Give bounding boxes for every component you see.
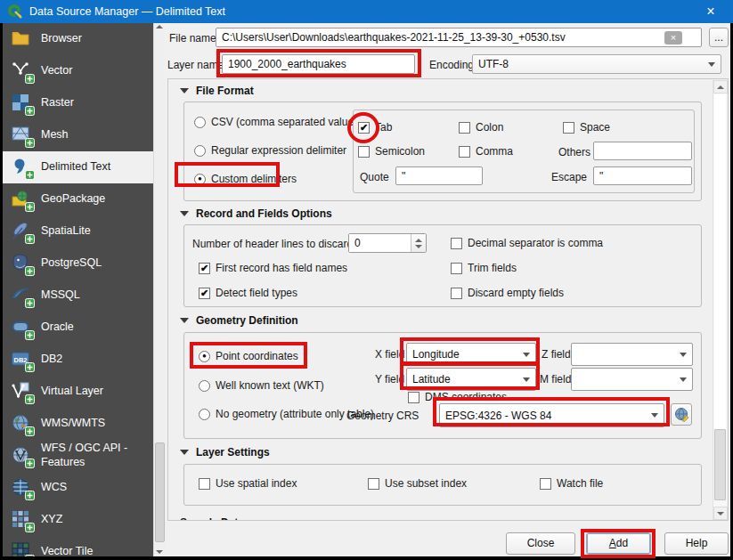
sidebar-item-label: DB2	[41, 353, 66, 367]
vector-tile-icon	[11, 541, 32, 556]
checkbox-box	[451, 263, 462, 274]
y-field-select[interactable]: Latitude	[406, 368, 536, 391]
options-scroll-area: File Format CSV (comma separated values)…	[167, 78, 729, 521]
x-field-select[interactable]: Longitude	[406, 343, 536, 366]
encoding-select[interactable]: UTF-8	[472, 54, 721, 74]
sidebar-item-raster[interactable]: Raster	[3, 87, 153, 119]
scroll-down-button[interactable]	[713, 507, 728, 520]
globe-crs-icon	[674, 407, 689, 422]
sidebar-item-xyz[interactable]: XYZ	[3, 504, 153, 536]
sidebar-item-wcs[interactable]: WCS	[3, 472, 153, 504]
postgresql-icon	[11, 253, 32, 274]
delimited-text-panel: File name × ... Layer name Encoding UTF-…	[165, 23, 730, 556]
discard-empty-checkbox[interactable]: Discard empty fields	[451, 287, 564, 299]
escape-label: Escape	[551, 171, 587, 183]
sidebar-item-spatialite[interactable]: SpatiaLite	[3, 215, 153, 248]
options-scrollbar[interactable]	[713, 80, 727, 520]
checkbox-box	[451, 288, 462, 299]
window-title: Data Source Manager — Delimited Text	[29, 5, 696, 18]
record-fields-header[interactable]: Record and Fields Options	[180, 207, 332, 220]
sidebar-item-virtual-layer[interactable]: Virtual Layer	[3, 376, 153, 408]
first-record-checkbox[interactable]: ✔ First record has field names	[199, 262, 347, 274]
trim-fields-checkbox[interactable]: Trim fields	[451, 262, 517, 274]
semicolon-checkbox[interactable]: Semicolon	[358, 145, 425, 158]
z-field-select[interactable]	[571, 343, 693, 366]
source-type-sidebar: BrowserVectorRasterMeshDelimited TextGeo…	[3, 23, 153, 556]
dms-coordinates-checkbox[interactable]: DMS coordinates	[408, 391, 507, 403]
quote-input[interactable]	[395, 166, 483, 185]
scrollbar-track[interactable]	[714, 94, 726, 429]
vector-icon	[11, 61, 32, 82]
watch-file-checkbox[interactable]: Watch file	[540, 477, 603, 490]
checkbox-box	[358, 146, 370, 158]
close-button[interactable]: Close	[506, 532, 575, 555]
header-lines-spinbox[interactable]: 0	[348, 233, 427, 253]
sidebar-item-geopackage[interactable]: GeoPackage	[3, 183, 153, 215]
sidebar-item-mesh[interactable]: Mesh	[3, 119, 153, 151]
regexp-delimiter-radio[interactable]: Regular expression delimiter	[194, 144, 346, 157]
chevron-down-icon	[680, 377, 687, 382]
use-subset-index-checkbox[interactable]: Use subset index	[368, 477, 467, 490]
close-window-button[interactable]: ×	[696, 0, 726, 23]
spin-up-icon[interactable]	[415, 239, 422, 242]
m-field-select[interactable]	[571, 368, 693, 391]
sidebar-scrollbar[interactable]	[153, 23, 165, 556]
browse-file-button[interactable]: ...	[709, 28, 729, 47]
wkt-radio[interactable]: Well known text (WKT)	[199, 379, 324, 392]
spatialite-icon	[11, 221, 32, 242]
geometry-crs-label: Geometry CRS	[346, 410, 419, 422]
spinner-arrows[interactable]	[411, 234, 426, 252]
colon-checkbox[interactable]: Colon	[459, 121, 503, 134]
decimal-separator-checkbox[interactable]: Decimal separator is comma	[451, 237, 603, 249]
select-crs-button[interactable]	[671, 403, 692, 426]
clear-text-icon[interactable]: ×	[664, 31, 682, 45]
sidebar-scrollbar-thumb[interactable]	[155, 442, 165, 542]
csv-radio[interactable]: CSV (comma separated values)	[194, 116, 362, 128]
checkbox-box: ✔	[199, 263, 210, 274]
point-coordinates-radio[interactable]: ● Point coordinates	[199, 350, 298, 362]
sidebar-item-label: Mesh	[41, 128, 72, 142]
scrollbar-thumb[interactable]	[714, 429, 726, 500]
comma-checkbox[interactable]: Comma	[459, 145, 513, 158]
file-format-header[interactable]: File Format	[180, 85, 254, 97]
help-button[interactable]: Help	[664, 532, 729, 555]
others-input[interactable]	[593, 142, 692, 160]
others-label: Others	[558, 146, 590, 158]
checkbox-box	[199, 478, 210, 490]
chevron-down-icon	[651, 413, 658, 418]
checkbox-box: ✔	[199, 288, 210, 299]
layer-name-input[interactable]	[222, 54, 415, 74]
sidebar-item-browser[interactable]: Browser	[3, 23, 153, 55]
space-checkbox[interactable]: Space	[563, 121, 610, 134]
sidebar-item-wms-wmts[interactable]: WMS/WMTS	[3, 408, 153, 440]
file-name-input[interactable]	[216, 28, 702, 47]
scroll-down-icon[interactable]	[156, 550, 163, 554]
detect-field-types-checkbox[interactable]: ✔ Detect field types	[199, 287, 297, 299]
sidebar-item-mssql[interactable]: MSSQL	[3, 280, 153, 312]
tab-checkbox[interactable]: ✔ Tab	[358, 121, 392, 134]
spin-down-icon[interactable]	[415, 245, 422, 248]
sidebar-item-label: Oracle	[41, 321, 77, 335]
scroll-up-button[interactable]	[713, 80, 728, 93]
checkbox-box	[408, 392, 419, 403]
radio-circle	[194, 145, 206, 157]
sidebar-item-oracle[interactable]: Oracle	[3, 312, 153, 344]
wfs-icon	[11, 445, 32, 467]
custom-delimiters-radio[interactable]: ● Custom delimiters	[194, 173, 297, 185]
mesh-icon	[11, 125, 32, 146]
use-spatial-index-checkbox[interactable]: Use spatial index	[199, 477, 297, 490]
geometry-definition-header[interactable]: Geometry Definition	[180, 314, 298, 327]
geometry-crs-select[interactable]: EPSG:4326 - WGS 84	[439, 403, 664, 427]
radio-circle	[199, 409, 210, 420]
add-button[interactable]: Add	[586, 532, 651, 555]
sidebar-item-vector[interactable]: Vector	[3, 55, 153, 87]
sidebar-item-db2[interactable]: DB2DB2	[3, 344, 153, 376]
sidebar-item-delimited-text[interactable]: Delimited Text	[3, 151, 153, 183]
scroll-up-icon[interactable]	[156, 25, 163, 28]
sidebar-item-wfs-ogc-api-features[interactable]: WFS / OGC API - Features	[3, 440, 153, 472]
layer-settings-header[interactable]: Layer Settings	[180, 446, 270, 459]
m-field-label: M field	[540, 373, 571, 386]
sidebar-item-vector-tile[interactable]: Vector Tile	[3, 536, 153, 556]
escape-input[interactable]	[593, 166, 692, 185]
sidebar-item-postgresql[interactable]: PostgreSQL	[3, 248, 153, 280]
